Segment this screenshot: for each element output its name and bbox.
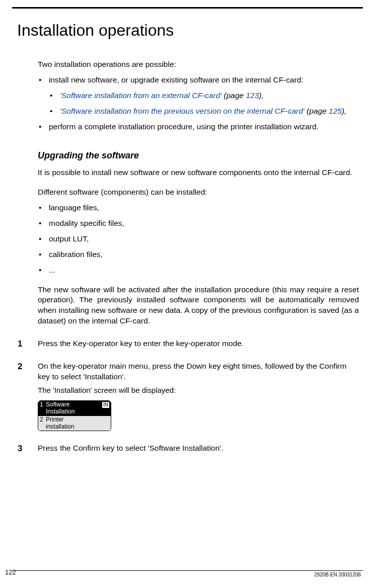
list-item: install new software, or upgrade existin… <box>38 75 359 117</box>
content-body: Two installation operations are possible… <box>38 59 359 454</box>
step-text: On the key-operator main menu, press the… <box>38 362 346 381</box>
top-rule <box>12 7 363 9</box>
step-item: 1 Press the Key-operator key to enter th… <box>38 339 359 349</box>
step-text: Press the Confirm key to select 'Softwar… <box>38 444 223 452</box>
paragraph: It is possible to install new software o… <box>38 167 359 178</box>
list-item: output LUT, <box>38 234 359 244</box>
menu-index: 2 <box>40 416 46 431</box>
list-item: ... <box>38 265 359 276</box>
xref-page-open: (page <box>221 91 246 100</box>
footer-rule <box>12 570 363 571</box>
list-item: 'Software installation from an external … <box>49 91 359 101</box>
page-title: Installation operations <box>17 20 375 41</box>
list-item: 'Software installation from the previous… <box>49 106 359 117</box>
step-followup: The 'Installation' screen will be displa… <box>38 385 359 395</box>
list-item: modality specific files, <box>38 218 359 229</box>
menu-line: Software <box>46 401 102 408</box>
menu-row-selected: 1 Software Installation IN <box>38 401 111 416</box>
xref-link[interactable]: 'Software installation from an external … <box>60 91 221 100</box>
section-heading: Upgrading the software <box>38 149 359 161</box>
step-number: 3 <box>18 443 22 455</box>
main-list: install new software, or upgrade existin… <box>38 75 359 132</box>
intro-text: Two installation operations are possible… <box>38 59 359 70</box>
list-text: modality specific files, <box>49 219 124 227</box>
menu-line: Installation <box>46 408 102 415</box>
xref-close: ), <box>259 91 263 100</box>
sub-list: 'Software installation from an external … <box>49 91 359 117</box>
menu-row: 2 Printer installation <box>38 416 111 431</box>
list-text: install new software, or upgrade existin… <box>49 75 304 84</box>
menu-index: 1 <box>40 401 46 415</box>
paragraph: Different software (components) can be i… <box>38 187 359 198</box>
xref-close: ), <box>342 107 346 115</box>
menu-tag: IN <box>102 402 109 408</box>
step-number: 1 <box>18 339 22 350</box>
step-number: 2 <box>18 361 22 373</box>
list-text: perform a complete installation procedur… <box>49 122 319 131</box>
menu-line: installation <box>46 424 109 431</box>
step-item: 2 On the key-operator main menu, press t… <box>38 361 359 431</box>
list-item: calibration files, <box>38 249 359 260</box>
steps-list: 1 Press the Key-operator key to enter th… <box>38 339 359 454</box>
list-item: language files, <box>38 203 359 213</box>
list-text: ... <box>49 266 55 274</box>
list-item: perform a complete installation procedur… <box>38 122 359 132</box>
step-text: Press the Key-operator key to enter the … <box>38 339 244 348</box>
paragraph: The new software will be activated after… <box>38 285 359 327</box>
menu-text: Software Installation <box>46 401 102 415</box>
list-text: language files, <box>49 203 99 212</box>
xref-page-number[interactable]: 123 <box>246 91 259 100</box>
lcd-screen: 1 Software Installation IN 2 Printer ins… <box>38 400 111 431</box>
components-list: language files, modality specific files,… <box>38 203 359 276</box>
xref-link[interactable]: 'Software installation from the previous… <box>60 107 305 115</box>
xref-page-number[interactable]: 125 <box>329 107 342 115</box>
menu-line: Printer <box>46 416 109 424</box>
menu-text: Printer installation <box>46 416 109 431</box>
page-number: 122 <box>5 568 16 577</box>
step-item: 3 Press the Confirm key to select 'Softw… <box>38 443 359 454</box>
document-id: 2920B EN 20031206 <box>314 571 361 578</box>
list-text: output LUT, <box>49 234 89 243</box>
list-text: calibration files, <box>49 250 103 259</box>
xref-page-open: (page <box>307 107 329 115</box>
